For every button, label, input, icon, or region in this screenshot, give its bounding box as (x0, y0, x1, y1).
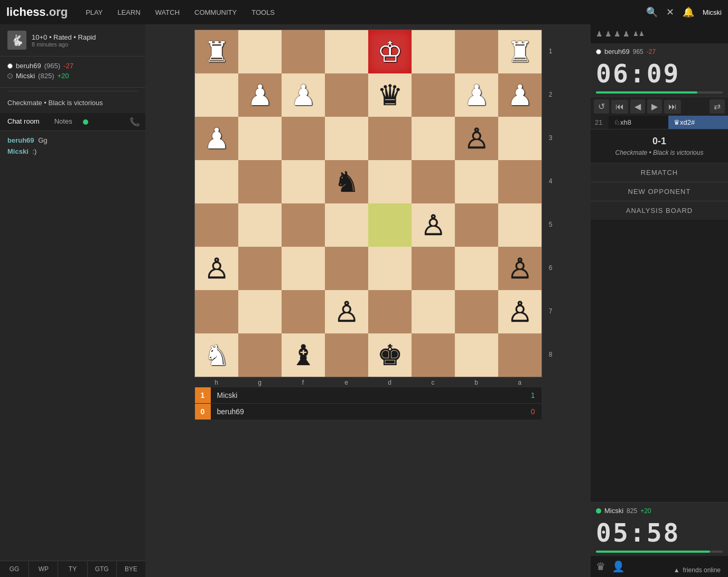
quick-btn-gg[interactable]: GG (0, 561, 29, 577)
person-icon[interactable]: 👤 (612, 560, 625, 573)
cell-e4 (325, 203, 368, 247)
nav-community[interactable]: COMMUNITY (187, 0, 244, 24)
cell-h6: ♟ (195, 117, 238, 160)
top-player-dot (596, 49, 601, 54)
search-icon[interactable]: 🔍 (646, 6, 658, 18)
tab-chat-room[interactable]: Chat room (0, 113, 47, 131)
nav-tools[interactable]: TOOLS (244, 0, 282, 24)
rank-1: 1 (549, 30, 553, 73)
cell-f5 (282, 160, 325, 203)
rank-2: 2 (549, 73, 553, 116)
cell-g7: ♟ (238, 73, 282, 117)
cell-h1: ♞ (195, 333, 238, 377)
quick-btn-ty[interactable]: TY (58, 561, 87, 577)
cell-c8 (412, 30, 455, 73)
move-flip-btn[interactable]: ⇄ (710, 99, 725, 114)
bottom-player-name[interactable]: Micski (604, 507, 623, 515)
move-refresh-btn[interactable]: ↺ (594, 99, 609, 114)
game-icon: 🐇 (7, 31, 26, 50)
rank-7: 7 (549, 290, 553, 333)
file-e: e (325, 379, 368, 386)
cell-d8: ♔ (368, 30, 412, 73)
cell-a3: ♙ (498, 247, 542, 290)
cell-f8 (282, 30, 325, 73)
white-dot (7, 63, 13, 69)
chess-board[interactable]: ♜ ♔ ♜ ♟ ♟ ♛ ♟ ♟ ♟ (194, 30, 542, 377)
top-captured: ♟ ♟ ♟ ♟ ♟♟ (591, 24, 728, 43)
analysis-board-button[interactable]: ANALYSIS BOARD (591, 201, 728, 220)
cell-a6 (498, 117, 542, 160)
bottom-player-dot (596, 508, 601, 514)
game-info: 🐇 10+0 • Rated • Rapid 8 minutes ago (0, 24, 145, 57)
top-timer: 06:09 (596, 59, 723, 88)
move-history: 21 ♘xh8 ♛xd2# (591, 116, 728, 129)
chat-messages: beruh69 Gg Micski :) (0, 131, 145, 561)
cell-c6 (412, 117, 455, 160)
cell-f3 (282, 247, 325, 290)
rank-8: 8 (549, 333, 553, 376)
player-name-black[interactable]: Micski (16, 72, 35, 80)
move-white-21[interactable]: ♘xh8 (609, 116, 668, 129)
bottom-timer: 05:58 (596, 518, 723, 547)
rank-6: 6 (549, 246, 553, 290)
move-num-21: 21 (591, 116, 609, 129)
chat-text-2: :) (32, 147, 36, 155)
user-menu[interactable]: Micski (703, 8, 722, 16)
move-end-btn[interactable]: ⏭ (664, 100, 681, 114)
top-player-name[interactable]: beruh69 (604, 48, 630, 55)
nav-play[interactable]: PLAY (78, 0, 110, 24)
result-text: Checkmate • Black is victorious (0, 95, 145, 113)
player-row-black: Micski (825) +20 (7, 72, 138, 80)
file-b: b (455, 379, 498, 386)
file-a: a (498, 379, 542, 386)
cell-g4 (238, 203, 282, 247)
nav-learn[interactable]: LEARN (110, 0, 147, 24)
quick-btn-bye[interactable]: BYE (117, 561, 145, 577)
site-logo[interactable]: lichess.org (6, 5, 68, 19)
cell-h4 (195, 203, 238, 247)
phone-icon[interactable]: 📞 (129, 117, 140, 127)
bell-icon[interactable]: 🔔 (683, 6, 694, 18)
nav-watch[interactable]: WATCH (148, 0, 187, 24)
quick-btn-gtg[interactable]: GTG (88, 561, 117, 577)
cell-e7 (325, 73, 368, 117)
queen-icon[interactable]: ♛ (596, 560, 605, 573)
new-opponent-button[interactable]: NEW OPPONENT (591, 182, 728, 201)
cell-a4 (498, 203, 542, 247)
move-row-21: 21 ♘xh8 ♛xd2# (591, 116, 728, 129)
chat-quick-buttons: GG WP TY GTG BYE (0, 561, 145, 577)
top-player-rating: 965 (633, 48, 643, 55)
bottom-progress-track (596, 551, 723, 553)
move-next-btn[interactable]: ▶ (647, 99, 662, 114)
top-timer-block: beruh69 965 -27 06:09 (591, 43, 728, 97)
close-icon[interactable]: ✕ (666, 6, 674, 18)
cell-h3: ♙ (195, 247, 238, 290)
cell-d2 (368, 290, 412, 333)
bottom-player-block: Micski 825 +20 05:58 (591, 502, 728, 556)
quick-btn-wp[interactable]: WP (29, 561, 58, 577)
rematch-button[interactable]: REMATCH (591, 163, 728, 182)
player-diff-white: -27 (63, 62, 73, 70)
top-nav: lichess.org PLAY LEARN WATCH COMMUNITY T… (0, 0, 728, 24)
move-black-21[interactable]: ♛xd2# (668, 116, 728, 129)
game-meta: 10+0 • Rated • Rapid 8 minutes ago (32, 33, 96, 48)
cell-b5 (455, 160, 498, 203)
top-player-row: beruh69 965 -27 (596, 46, 723, 57)
top-player-diff: -27 (647, 48, 656, 55)
move-start-btn[interactable]: ⏮ (611, 100, 628, 114)
cell-c7 (412, 73, 455, 117)
cell-a5 (498, 160, 542, 203)
cell-h5 (195, 160, 238, 203)
cell-d6 (368, 117, 412, 160)
move-prev-btn[interactable]: ◀ (630, 99, 645, 114)
file-c: c (412, 379, 455, 386)
rank-4: 4 (549, 160, 553, 203)
player-name-white[interactable]: beruh69 (16, 62, 41, 70)
tab-notes[interactable]: Notes (47, 113, 80, 131)
divider (7, 91, 138, 91)
friends-bar[interactable]: ▲ friends online (666, 563, 728, 577)
cell-e5: ♞ (325, 160, 368, 203)
cell-g1 (238, 333, 282, 377)
cell-d1: ♚ (368, 333, 412, 377)
move-controls: ↺ ⏮ ◀ ▶ ⏭ ⇄ (591, 97, 728, 116)
